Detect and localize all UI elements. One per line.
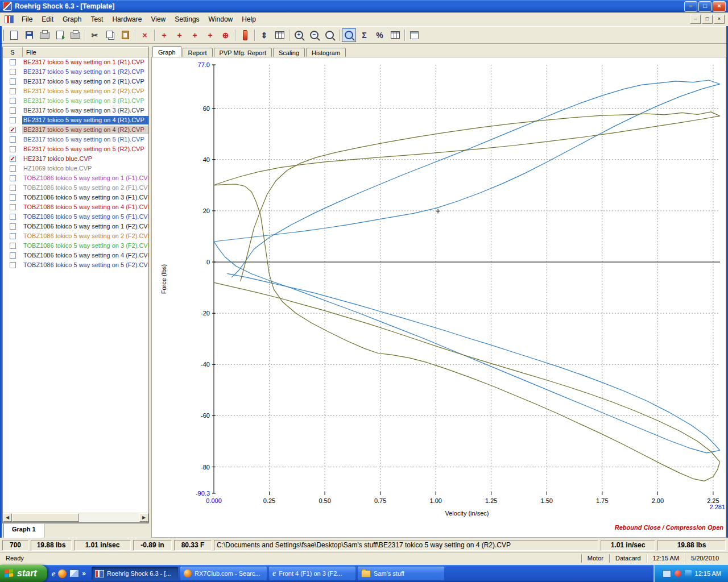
child-minimize-button[interactable]: – xyxy=(690,15,701,24)
file-select-checkbox[interactable] xyxy=(3,117,22,123)
tab-graph[interactable]: Graph xyxy=(152,46,181,57)
unchecked-checkbox-icon[interactable] xyxy=(10,107,16,114)
file-row[interactable]: BE2317 tokico 5 way setting on 1 (R1).CV… xyxy=(3,57,148,67)
file-select-checkbox[interactable] xyxy=(3,59,22,65)
file-row[interactable]: BE2317 tokico 5 way setting on 2 (R1).CV… xyxy=(3,77,148,86)
unchecked-checkbox-icon[interactable] xyxy=(10,175,16,181)
file-row[interactable]: TOBZ1086 tokico 5 way setting on 2 (F1).… xyxy=(3,183,148,193)
scroll-right-button[interactable]: ▶ xyxy=(139,513,148,522)
statistics-icon[interactable]: Σ xyxy=(357,28,371,42)
export-icon[interactable] xyxy=(53,28,67,42)
file-row[interactable]: TOBZ1086 tokico 5 way setting on 3 (F1).… xyxy=(3,193,148,202)
menu-test[interactable]: Test xyxy=(86,14,107,25)
child-restore-button[interactable]: □ xyxy=(702,15,713,24)
tray-alert-icon[interactable] xyxy=(675,570,681,577)
quick-launch-firefox-icon[interactable] xyxy=(58,569,67,578)
restore-button[interactable]: □ xyxy=(698,1,712,12)
file-row[interactable]: TOBZ1086 tokico 5 way setting on 3 (F2).… xyxy=(3,241,148,251)
unchecked-checkbox-icon[interactable] xyxy=(10,88,16,94)
new-file-icon[interactable] xyxy=(7,28,21,42)
unchecked-checkbox-icon[interactable] xyxy=(10,165,16,172)
file-row[interactable]: BE2317 tokico 5 way setting on 3 (R1).CV… xyxy=(3,96,148,106)
gauge-icon[interactable] xyxy=(238,28,252,42)
force-velocity-tool-icon[interactable]: + xyxy=(157,28,171,42)
file-select-checkbox[interactable] xyxy=(3,175,22,181)
snapshot-icon[interactable] xyxy=(407,28,421,42)
taskbar-window-rx7club[interactable]: RX7Club.com - Searc... xyxy=(180,567,267,580)
file-row[interactable]: TOBZ1086 tokico 5 way setting on 5 (F1).… xyxy=(3,212,148,222)
file-select-checkbox[interactable] xyxy=(3,78,22,85)
unchecked-checkbox-icon[interactable] xyxy=(10,69,16,75)
unchecked-checkbox-icon[interactable] xyxy=(10,59,16,65)
zoom-in-icon[interactable]: + xyxy=(292,28,306,42)
file-row[interactable]: ✓HE2317 tokico blue.CVP xyxy=(3,154,148,164)
force-displacement-tool-icon[interactable]: + xyxy=(172,28,187,42)
unchecked-checkbox-icon[interactable] xyxy=(10,223,16,230)
file-select-checkbox[interactable] xyxy=(3,146,22,152)
zoom-window-icon[interactable] xyxy=(322,28,337,42)
quick-launch-ie-icon[interactable]: e xyxy=(52,569,56,579)
file-select-checkbox[interactable] xyxy=(3,233,22,239)
menu-graph[interactable]: Graph xyxy=(58,14,86,25)
column-header-file[interactable]: File xyxy=(23,47,148,57)
tab-graph-1[interactable]: Graph 1 xyxy=(3,523,44,538)
unchecked-checkbox-icon[interactable] xyxy=(10,204,16,210)
minimize-button[interactable]: – xyxy=(684,1,697,12)
menu-file[interactable]: File xyxy=(17,14,37,25)
tab-scaling[interactable]: Scaling xyxy=(273,48,305,57)
file-row[interactable]: BE2317 tokico 5 way setting on 3 (R2).CV… xyxy=(3,106,148,115)
taskbar-window-front4[interactable]: eFront 4 (F1) on 3 (F2... xyxy=(269,567,355,580)
tray-network-icon[interactable] xyxy=(685,570,692,577)
unchecked-checkbox-icon[interactable] xyxy=(10,78,16,85)
tray-clock[interactable]: 12:15 AM xyxy=(695,570,721,577)
file-row[interactable]: BE2317 tokico 5 way setting on 1 (R2).CV… xyxy=(3,67,148,77)
zoom-out-icon[interactable]: − xyxy=(307,28,321,42)
start-button[interactable]: start xyxy=(0,565,47,582)
copy-icon[interactable] xyxy=(103,28,117,42)
column-header-s[interactable]: S xyxy=(3,47,23,57)
file-select-checkbox[interactable] xyxy=(3,69,22,75)
file-row[interactable]: BE2317 tokico 5 way setting on 4 (R1).CV… xyxy=(3,115,148,125)
percent-icon[interactable]: % xyxy=(373,28,387,42)
axis-setup-tool-icon[interactable]: + xyxy=(203,28,217,42)
file-select-checkbox[interactable]: ✓ xyxy=(3,127,22,133)
file-select-checkbox[interactable] xyxy=(3,223,22,230)
cut-icon[interactable]: ✂ xyxy=(88,28,102,42)
file-select-checkbox[interactable] xyxy=(3,88,22,94)
file-select-checkbox[interactable] xyxy=(3,107,22,114)
print-icon[interactable] xyxy=(68,28,82,42)
file-row[interactable]: BE2317 tokico 5 way setting on 5 (R2).CV… xyxy=(3,144,148,154)
file-row[interactable]: HZ1069 tokico blue.CVP xyxy=(3,164,148,173)
paste-icon[interactable] xyxy=(118,28,133,42)
unchecked-checkbox-icon[interactable] xyxy=(10,146,16,152)
crosshair-tool-icon[interactable]: ⊕ xyxy=(218,28,233,42)
file-row[interactable]: TOBZ1086 tokico 5 way setting on 1 (F1).… xyxy=(3,173,148,183)
taskbar-window-sams-stuff[interactable]: Sam's stuff xyxy=(358,567,444,580)
delete-icon[interactable]: × xyxy=(138,28,152,42)
file-row[interactable]: TOBZ1086 tokico 5 way setting on 4 (F2).… xyxy=(3,251,148,260)
file-select-checkbox[interactable] xyxy=(3,262,22,268)
zoom-data-icon[interactable] xyxy=(342,28,356,42)
tab-pvp-mfg-report[interactable]: PVP Mfg. Report xyxy=(214,48,272,57)
tray-display-icon[interactable] xyxy=(663,570,671,577)
report-grid-icon[interactable] xyxy=(388,28,402,42)
data-grid-icon[interactable] xyxy=(272,28,287,42)
unchecked-checkbox-icon[interactable] xyxy=(10,214,16,220)
file-row[interactable]: ✓BE2317 tokico 5 way setting on 4 (R2).C… xyxy=(3,125,148,135)
unchecked-checkbox-icon[interactable] xyxy=(10,136,16,143)
menu-help[interactable]: Help xyxy=(237,14,260,25)
tab-histogram[interactable]: Histogram xyxy=(306,48,346,57)
taskbar-window-roehrig-shock[interactable]: Roehrig Shock 6.3 - [... xyxy=(92,567,178,580)
chart-area[interactable]: 6040200-20-40-60-800.250.500.751.001.251… xyxy=(151,57,726,538)
tab-report[interactable]: Report xyxy=(183,48,213,57)
force-velocity-chart[interactable]: 6040200-20-40-60-800.250.500.751.001.251… xyxy=(152,57,726,537)
file-select-checkbox[interactable] xyxy=(3,98,22,104)
file-select-checkbox[interactable]: ✓ xyxy=(3,156,22,162)
unchecked-checkbox-icon[interactable] xyxy=(10,117,16,123)
print-preview-icon[interactable] xyxy=(38,28,52,42)
file-select-checkbox[interactable] xyxy=(3,194,22,201)
quick-launch-overflow-chevron[interactable]: » xyxy=(82,569,86,577)
file-row[interactable]: BE2317 tokico 5 way setting on 2 (R2).CV… xyxy=(3,86,148,96)
unchecked-checkbox-icon[interactable] xyxy=(10,98,16,104)
file-select-checkbox[interactable] xyxy=(3,214,22,220)
